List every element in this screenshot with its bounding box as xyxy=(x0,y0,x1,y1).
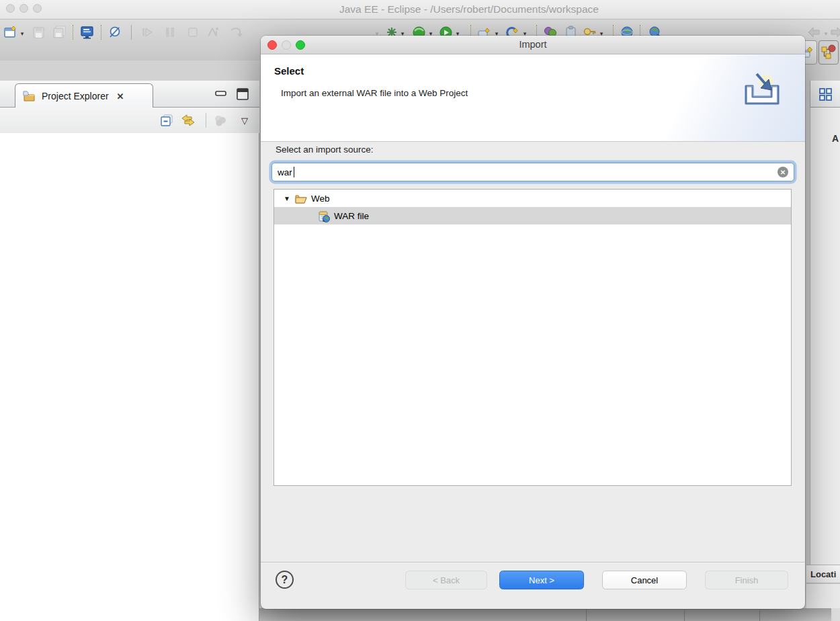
bottom-table-header-strip xyxy=(259,608,840,621)
forward-arrow-icon xyxy=(829,25,840,40)
help-icon: ? xyxy=(282,574,288,586)
location-header-label: Locati xyxy=(810,569,836,579)
folder-open-icon xyxy=(294,193,308,204)
tree-item-label: WAR file xyxy=(334,211,369,221)
view-filters-icon xyxy=(212,113,228,128)
tab-close-icon[interactable]: ✕ xyxy=(117,91,124,101)
dialog-heading: Select xyxy=(274,65,304,77)
tree-row-war-file[interactable]: WAR file xyxy=(274,207,791,224)
right-panel-body xyxy=(810,108,840,565)
maximize-view-icon[interactable] xyxy=(235,87,250,99)
window-zoom-button[interactable] xyxy=(33,4,42,13)
save-all-icon xyxy=(52,25,67,40)
cancel-button[interactable]: Cancel xyxy=(602,571,687,589)
location-column-header[interactable]: Locati xyxy=(806,565,840,583)
project-explorer-toolbar: ▽ xyxy=(0,108,259,133)
macos-titlebar: Java EE - Eclipse - /Users/robert/Docume… xyxy=(0,0,840,19)
pause-icon xyxy=(163,25,177,40)
import-war-banner-icon xyxy=(742,71,784,112)
link-with-editor-icon[interactable] xyxy=(180,113,196,128)
back-dropdown-icon: ▾ xyxy=(823,30,829,37)
help-button[interactable]: ? xyxy=(276,571,294,589)
dialog-title: Import xyxy=(261,39,805,50)
window-title: Java EE - Eclipse - /Users/robert/Docume… xyxy=(339,3,599,15)
tree-item-label: Web xyxy=(311,194,330,204)
dialog-header: Select Import an external WAR file into … xyxy=(261,54,805,142)
dialog-description: Import an external WAR file into a Web P… xyxy=(281,88,468,98)
import-source-label: Select an import source: xyxy=(276,144,374,155)
finish-button[interactable]: Finish xyxy=(705,571,788,589)
dialog-titlebar: Import xyxy=(261,36,805,54)
import-dialog: Import Select Import an external WAR fil… xyxy=(261,36,805,609)
war-file-icon xyxy=(277,210,331,222)
project-explorer-content[interactable] xyxy=(0,133,259,621)
view-menu-icon[interactable]: ▽ xyxy=(237,113,253,128)
next-button-label: Next > xyxy=(529,575,554,585)
minimize-view-icon[interactable] xyxy=(214,87,228,99)
import-source-tree: ▼ Web WAR file xyxy=(274,189,792,486)
project-explorer-icon xyxy=(22,90,36,102)
clear-filter-icon[interactable]: ✕ xyxy=(778,167,788,177)
cancel-button-label: Cancel xyxy=(631,575,658,585)
resume-icon xyxy=(140,25,155,40)
text-caret xyxy=(294,167,294,177)
tab-label: Project Explorer xyxy=(42,91,109,101)
toolbar-separator xyxy=(73,25,73,40)
import-source-filter-input[interactable] xyxy=(271,163,794,181)
right-panel-partial-text: A xyxy=(832,133,839,144)
filter-field: ✕ xyxy=(271,163,794,181)
skip-breakpoints-icon[interactable] xyxy=(108,25,122,40)
project-explorer-panel: Project Explorer ✕ ▽ xyxy=(0,62,259,621)
disclosure-triangle-icon[interactable]: ▼ xyxy=(284,195,292,202)
markers-view-body xyxy=(806,584,840,608)
step-into-icon xyxy=(206,25,220,40)
back-button-label: < Back xyxy=(433,575,460,585)
tree-row-web[interactable]: ▼ Web xyxy=(274,190,791,207)
step-over-icon xyxy=(228,25,243,40)
java-ee-perspective-button[interactable] xyxy=(818,40,839,65)
window-minimize-button[interactable] xyxy=(19,4,28,13)
back-arrow-icon xyxy=(806,25,821,40)
window-close-button[interactable] xyxy=(6,4,15,13)
column-divider xyxy=(684,608,685,621)
next-button[interactable]: Next > xyxy=(499,571,584,589)
panel-top-gap xyxy=(0,62,259,81)
outline-view-icon[interactable] xyxy=(818,87,833,105)
tab-project-explorer[interactable]: Project Explorer ✕ xyxy=(15,83,153,108)
terminate-icon xyxy=(185,25,200,40)
save-icon xyxy=(31,25,46,40)
console-icon[interactable] xyxy=(79,25,94,40)
new-wizard-icon[interactable] xyxy=(3,25,18,40)
new-wizard-dropdown-icon[interactable]: ▾ xyxy=(19,30,26,37)
project-explorer-tabbar: Project Explorer ✕ xyxy=(0,81,259,108)
collapse-all-icon[interactable] xyxy=(159,113,175,128)
toolbar-separator xyxy=(206,113,206,128)
finish-button-label: Finish xyxy=(735,575,759,585)
column-divider xyxy=(586,608,587,621)
toolbar-separator xyxy=(101,25,101,40)
column-end-cap xyxy=(831,608,840,621)
footer-separator xyxy=(261,562,805,563)
back-button[interactable]: < Back xyxy=(405,571,487,589)
toolbar-separator xyxy=(131,25,132,40)
right-panel-tabbar xyxy=(810,81,840,108)
column-divider xyxy=(759,608,760,621)
eclipse-window: Java EE - Eclipse - /Users/robert/Docume… xyxy=(0,0,840,621)
